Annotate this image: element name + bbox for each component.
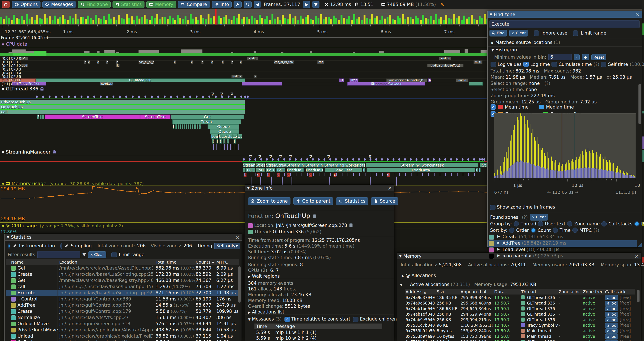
frame-bar[interactable] (376, 17, 378, 24)
message-dot[interactable] (221, 96, 223, 98)
cpu-zone-chip[interactable]: C (20, 57, 28, 60)
frame-bar[interactable] (274, 19, 276, 24)
frame-bar[interactable] (90, 18, 92, 24)
memory-column-header[interactable]: Appeared at (460, 289, 487, 294)
frame-bar[interactable] (353, 14, 355, 24)
memory-table-row[interactable]: 0x7553b9fa9016 bytes153,722,396ns13:50.8… (405, 333, 635, 339)
sort-by-time-radio[interactable] (552, 228, 558, 233)
frame-bar[interactable] (44, 14, 46, 24)
streaming-zone[interactable]: St (480, 163, 488, 167)
frame-bar[interactable] (425, 18, 427, 24)
frame-bar[interactable] (156, 14, 158, 24)
alloc-callstack-button[interactable]: alloc [free] (605, 339, 631, 341)
frame-bar[interactable] (379, 20, 381, 24)
frame-bar[interactable] (120, 18, 122, 24)
thread-header[interactable]: ▼ GLThread 336 (2, 86, 44, 92)
frame-bar[interactable] (192, 19, 194, 24)
frame-bar[interactable] (123, 20, 125, 24)
glthread-zone[interactable] (188, 124, 189, 129)
frame-bar[interactable] (351, 20, 353, 24)
funnel-icon[interactable]: ▼ (82, 252, 86, 257)
frame-bar[interactable] (290, 14, 291, 24)
glthread-zone[interactable]: ( (212, 139, 214, 144)
memory-usage-plot[interactable] (0, 186, 488, 222)
glthread-zone[interactable] (40, 115, 42, 119)
glthread-zone[interactable] (180, 124, 181, 129)
message-dot[interactable] (398, 158, 400, 161)
frame-bar[interactable] (223, 17, 225, 24)
message-dot[interactable] (74, 96, 76, 98)
message-dot[interactable] (80, 96, 82, 98)
cpu-zone-chip[interactable]: cds (317, 60, 324, 64)
frame-bar[interactable] (320, 14, 322, 24)
allocations-list-collapser[interactable]: ▶ Allocations list (248, 309, 284, 314)
sampling-radio[interactable] (60, 243, 62, 249)
cpu-zone-chip[interactable]: c (88, 60, 90, 64)
timing-dropdown[interactable]: Self only▼ (214, 243, 240, 249)
message-dot[interactable] (473, 158, 475, 161)
cpu-zone-chip[interactable]: c (116, 60, 118, 64)
frame-bar[interactable] (54, 16, 56, 24)
cpu-zone-chip[interactable]: audio.service (effect) (427, 64, 464, 67)
message-dot[interactable] (300, 158, 302, 161)
streaming-zone[interactable]: Streaming worker task (366, 163, 478, 167)
alloc-callstack-button[interactable]: alloc [free] (605, 317, 631, 322)
frame-bar[interactable] (417, 18, 419, 24)
frame-bar[interactable] (31, 17, 33, 24)
next-frame-button[interactable]: ▶ (303, 1, 310, 8)
frame-bar[interactable] (371, 14, 373, 24)
glthread-zone[interactable]: ScreenText (45, 115, 140, 119)
message-dot[interactable] (266, 158, 268, 161)
alloc-callstack-button[interactable]: alloc [free] (605, 323, 631, 328)
stats-table-row[interactable]: PrivateTouchMovejni/../jni/src/claw/appl… (6, 327, 239, 333)
frame-bar[interactable] (392, 19, 394, 24)
zone-source-button[interactable]: Source (371, 197, 398, 205)
message-dot[interactable] (467, 158, 469, 161)
frame-bar[interactable] (62, 15, 64, 24)
frame-bar[interactable] (476, 20, 478, 24)
frame-bar[interactable] (410, 17, 412, 24)
sort-by-order-radio[interactable] (509, 228, 514, 233)
streaming-zone[interactable]: Streaming (305, 163, 324, 167)
frame-bar[interactable] (264, 19, 266, 24)
cpu-zone-chip[interactable]: a (254, 75, 256, 78)
frame-bar[interactable] (197, 20, 199, 24)
frame-bar[interactable] (256, 20, 258, 24)
message-dot[interactable] (375, 158, 377, 161)
group-by-call-stacks-radio[interactable] (602, 221, 607, 226)
streaming-zone[interactable]: C (309, 173, 312, 177)
message-dot[interactable] (364, 158, 366, 161)
message-dot[interactable] (215, 96, 217, 98)
streaming-zone[interactable]: U (363, 168, 365, 172)
stats-table-row[interactable]: OnRedrawjni/../jni/src/claw/application/… (6, 339, 239, 341)
frame-bar[interactable] (138, 19, 140, 24)
frame-bar[interactable] (136, 16, 138, 24)
streaming-zone[interactable]: L(U (246, 168, 255, 172)
group-by-zone-name-radio[interactable] (567, 221, 572, 226)
frame-bar[interactable] (59, 17, 61, 24)
stats-table-row[interactable]: OnTouchMovejni/../jni/src/guif/Screen.cp… (6, 321, 239, 327)
memory-column-header[interactable]: Zone alloc (558, 289, 581, 294)
frame-bar[interactable] (190, 14, 192, 24)
memory-table-row[interactable]: 0x74a9d37040186.35 KB295,999,844ns13:50.… (405, 295, 635, 300)
frame-bar[interactable] (343, 18, 345, 24)
frame-bar[interactable] (16, 18, 18, 24)
cpu-zone-chip[interactable]: c (211, 60, 213, 64)
message-dot[interactable] (456, 158, 458, 161)
message-dot[interactable] (170, 96, 172, 98)
message-dot[interactable] (260, 158, 262, 161)
frame-bar[interactable] (254, 18, 256, 24)
memory-column-header[interactable]: Thread (521, 289, 536, 294)
frame-bar[interactable] (369, 20, 370, 24)
glthread-zone[interactable]: call (0, 110, 245, 114)
ignore-case-checkbox[interactable] (534, 31, 539, 36)
stats-column-header[interactable]: Total time (156, 259, 176, 265)
tools-button[interactable] (234, 1, 242, 8)
frame-bar[interactable] (100, 19, 102, 24)
frame-bar[interactable] (399, 18, 401, 24)
frame-bar[interactable] (282, 15, 284, 24)
frame-bar[interactable] (394, 20, 396, 24)
cpu-zone-chip[interactable]: cds_ol_rx_thr (138, 60, 154, 64)
fz-limit-range-checkbox[interactable] (573, 31, 578, 36)
memory-table-row[interactable]: 0x7553b9fbf016 bytes296,661,146ns13:50.7… (405, 339, 635, 341)
